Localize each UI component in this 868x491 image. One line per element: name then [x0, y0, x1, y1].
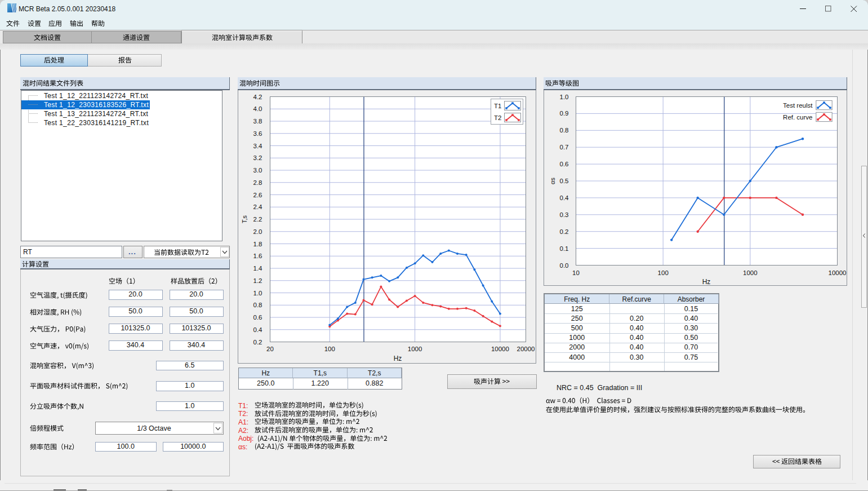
svg-text:T2: T2: [494, 114, 501, 121]
svg-text:0.0: 0.0: [560, 262, 569, 269]
svg-text:3.6: 3.6: [253, 130, 262, 137]
svg-text:4.2: 4.2: [253, 94, 262, 100]
svg-text:10000: 10000: [829, 269, 847, 276]
svg-text:Hz: Hz: [702, 278, 711, 286]
svg-text:0.2: 0.2: [253, 339, 262, 346]
svg-text:1000: 1000: [743, 269, 758, 276]
svg-text:Test reulst: Test reulst: [783, 102, 813, 109]
svg-text:αs: αs: [549, 178, 556, 184]
svg-text:3.4: 3.4: [253, 143, 263, 149]
svg-text:1.4: 1.4: [253, 265, 263, 272]
svg-text:3.0: 3.0: [253, 167, 262, 174]
svg-text:3.2: 3.2: [253, 154, 262, 161]
svg-text:1.6: 1.6: [253, 253, 262, 259]
svg-text:1.8: 1.8: [253, 241, 262, 247]
svg-text:Ref. curve: Ref. curve: [783, 114, 812, 121]
svg-text:20000: 20000: [517, 346, 535, 352]
svg-text:0.3: 0.3: [560, 211, 569, 218]
svg-text:2.6: 2.6: [253, 192, 262, 198]
svg-text:0.6: 0.6: [253, 314, 262, 321]
svg-text:0.6: 0.6: [560, 161, 569, 167]
svg-text:20: 20: [266, 346, 274, 352]
svg-text:4.0: 4.0: [253, 105, 262, 112]
svg-text:0.4: 0.4: [560, 194, 569, 201]
svg-text:10: 10: [572, 269, 580, 276]
svg-text:1.0: 1.0: [253, 290, 262, 297]
svg-text:100: 100: [324, 346, 335, 352]
svg-text:1000: 1000: [408, 346, 422, 352]
svg-text:0.4: 0.4: [253, 326, 263, 333]
svg-text:0.5: 0.5: [560, 178, 569, 184]
svg-text:0.8: 0.8: [253, 302, 262, 308]
svg-text:2.4: 2.4: [253, 204, 263, 210]
svg-text:2.0: 2.0: [253, 228, 262, 235]
svg-text:2.8: 2.8: [253, 179, 262, 186]
svg-text:2.2: 2.2: [253, 216, 262, 223]
svg-text:1.2: 1.2: [253, 277, 262, 284]
svg-text:0.2: 0.2: [560, 228, 569, 235]
svg-text:T,s: T,s: [241, 215, 248, 223]
svg-text:0.8: 0.8: [560, 127, 569, 134]
svg-text:0.7: 0.7: [560, 144, 569, 151]
svg-text:10000: 10000: [491, 346, 509, 352]
svg-text:Hz: Hz: [394, 355, 402, 362]
svg-text:1.0: 1.0: [560, 94, 569, 100]
svg-text:100: 100: [658, 269, 669, 276]
svg-text:T1: T1: [494, 103, 501, 109]
svg-text:0.9: 0.9: [560, 110, 569, 117]
svg-text:0.1: 0.1: [560, 245, 569, 252]
svg-text:3.8: 3.8: [253, 118, 262, 125]
